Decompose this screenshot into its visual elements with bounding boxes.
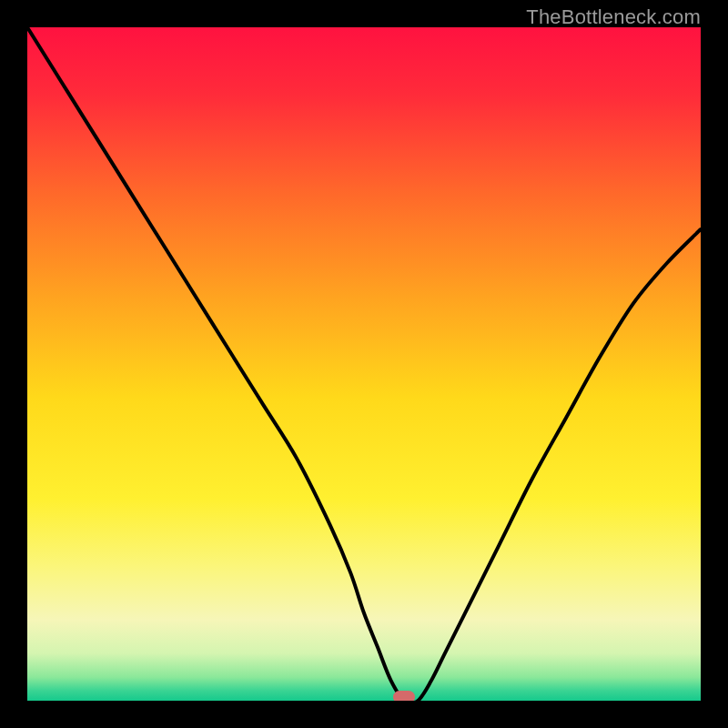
optimal-point-marker xyxy=(393,691,415,701)
watermark-text: TheBottleneck.com xyxy=(526,5,701,29)
chart-frame: TheBottleneck.com xyxy=(0,0,728,728)
plot-area xyxy=(27,27,701,701)
bottleneck-curve xyxy=(27,27,701,701)
